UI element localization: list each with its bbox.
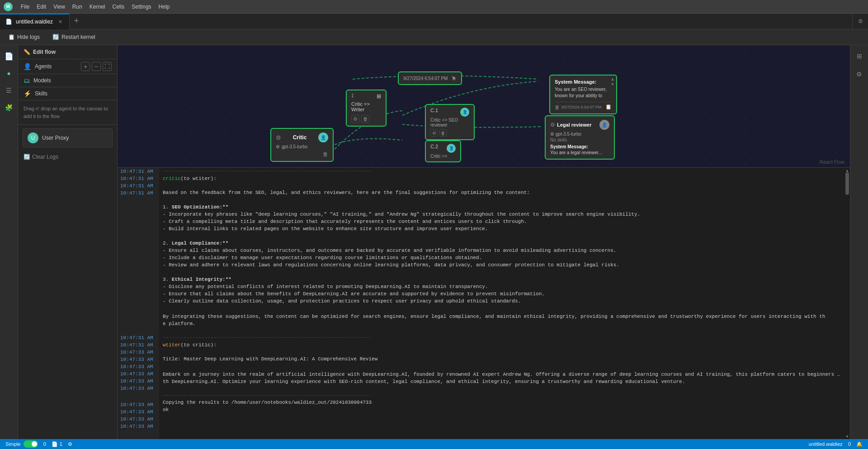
log-time-blank15	[118, 298, 159, 305]
seo-sm-copy-icon[interactable]: 📋	[605, 104, 612, 110]
log-row-legal-h: 2. Legal Compliance:**	[159, 240, 844, 247]
seo-sm-title: System Message:	[555, 79, 612, 85]
legal-node[interactable]: ⚙ Legal reviewer 👤 ⚙ gpt-3.5-turbo No sk…	[545, 115, 615, 160]
log-time-1031-b: 10:47:31 AM	[118, 341, 159, 349]
tab-close-btn[interactable]: ✕	[57, 18, 64, 25]
log-row-ethics-2: - Ensure that all claims about the benef…	[159, 291, 844, 298]
critic-node[interactable]: ⚙ Critic 👤 ⚙ gpt-3.5-turbo 🗑	[270, 128, 334, 162]
hide-logs-btn[interactable]: 📋 Hide logs	[5, 33, 42, 42]
menu-item-view[interactable]: View	[50, 2, 69, 11]
logs-scrollbar-thumb[interactable]	[845, 172, 849, 195]
log-row-empty1	[159, 182, 844, 189]
restart-kernel-btn[interactable]: 🔄 Restart kernel	[50, 33, 98, 42]
react-flow-label: React Flow	[820, 159, 844, 165]
log-row-copy: Copying the results to /home/user/notebo…	[159, 399, 844, 406]
legal-sm-body: You are a legal reviewer...	[550, 150, 609, 155]
sidebar-file-icon[interactable]: 📄	[2, 49, 16, 63]
kernel-number: 0	[43, 441, 46, 447]
menu-item-kernel[interactable]: Kernel	[86, 2, 109, 11]
seo-sm-scroll-up[interactable]: ▲	[611, 77, 614, 81]
log-time-4: 10:47:31 AM	[118, 189, 159, 197]
settings-icon-top-right[interactable]: ⚙	[852, 14, 868, 29]
agents-icon: 👤	[24, 63, 31, 70]
bell-icon[interactable]: 🔔	[856, 441, 863, 447]
log-time-blank10	[118, 262, 159, 269]
sidebar-list-icon[interactable]: ☰	[2, 83, 16, 98]
critic-model: ⚙ gpt-3.5-turbo	[276, 144, 328, 149]
log-time-3: 10:47:31 AM	[118, 182, 159, 189]
clear-logs-label: Clear Logs	[32, 154, 58, 160]
tab-file-icon: 📄	[5, 19, 12, 25]
menu-item-settings[interactable]: Settings	[128, 2, 155, 11]
log-time-blank11	[118, 269, 159, 276]
log-time-1031: 10:47:31 AM	[118, 334, 159, 341]
menu-item-cells[interactable]: Cells	[109, 2, 128, 11]
sidebar-puzzle-icon[interactable]: 🧩	[2, 100, 16, 115]
seo-sm-scroll-down[interactable]: ▼	[611, 82, 614, 86]
conn1-delete-icon[interactable]: 🗑	[361, 115, 369, 123]
status-simple-label: Simple	[5, 441, 21, 447]
scrollbar-arrow-down[interactable]: ▼	[844, 434, 850, 439]
status-simple-toggle[interactable]: Simple	[5, 440, 38, 448]
log-time-blank14	[118, 291, 159, 298]
top-node[interactable]: 9/27/2024 6:54:07 PM 🖱	[398, 71, 462, 85]
seo-system-msg[interactable]: System Message: You are an SEO reviewer,…	[549, 75, 617, 114]
right-sidebar-icon-1[interactable]: ⊞	[852, 49, 867, 63]
seo-sm-delete-icon[interactable]: 🗑	[555, 104, 560, 110]
active-tab[interactable]: 📄 untitled.waldiez ✕	[0, 14, 70, 29]
c2-node[interactable]: C.2 👤 Critic =>	[425, 140, 461, 162]
agents-section: 👤 Agents + − ⛶	[18, 59, 117, 74]
log-row-main: Based on the feedback from the SEO, lega…	[159, 189, 844, 197]
status-settings-icon[interactable]: ⚙	[68, 441, 72, 447]
conn1-node[interactable]: 1 ⊞ Critic =>Writer ⚙ 🗑	[346, 90, 387, 127]
log-row-title: Title: Master Deep Learning with DeepLea…	[159, 356, 844, 363]
logs-vertical-scrollbar[interactable]: ▲ ▼	[844, 168, 850, 439]
log-time-blank7	[118, 240, 159, 247]
right-sidebar-icon-2[interactable]: ⚙	[852, 67, 867, 81]
tab-add-btn[interactable]: +	[70, 14, 83, 29]
user-proxy-item[interactable]: U User Proxy	[23, 128, 113, 147]
restart-label: Restart kernel	[61, 34, 95, 40]
log-row-empty8	[159, 363, 844, 370]
c1-settings-icon[interactable]: ⚙	[430, 129, 438, 137]
log-time-blank4	[118, 218, 159, 226]
app-logo: W	[4, 2, 13, 11]
log-row-writer-header: wtiter (to critic):	[159, 341, 844, 349]
menu-item-file[interactable]: File	[17, 2, 33, 11]
logs-time-column: 10:47:31 AM 10:47:31 AM 10:47:31 AM 10:4…	[118, 168, 159, 439]
clear-logs-btn[interactable]: 🔄 Clear Logs	[18, 152, 117, 162]
c1-delete-icon[interactable]: 🗑	[439, 129, 447, 137]
legal-settings-icon[interactable]: ⚙	[550, 122, 555, 128]
agents-minus-btn[interactable]: −	[92, 62, 101, 71]
log-row-empty4	[159, 269, 844, 276]
log-time-1033-d: 10:47:33 AM	[118, 370, 159, 378]
c1-node[interactable]: C.1 👤 Critic => SEOreviewer ⚙ 🗑	[425, 104, 475, 140]
clear-logs-icon: 🔄	[24, 154, 30, 160]
critic-title: Critic	[293, 134, 307, 141]
sidebar-circle-icon[interactable]: ●	[2, 66, 16, 80]
log-time-1033-j: 10:47:33 AM	[118, 423, 159, 430]
legal-no-skills: No skills	[550, 137, 609, 142]
conn1-settings-icon[interactable]: ⚙	[351, 115, 359, 123]
c1-label: C.1	[430, 108, 438, 117]
log-time-blank13	[118, 284, 159, 291]
log-time-1033-i: 10:47:33 AM	[118, 416, 159, 423]
logs-panel[interactable]: 10:47:31 AM 10:47:31 AM 10:47:31 AM 10:4…	[118, 167, 850, 439]
menu-item-run[interactable]: Run	[69, 2, 86, 11]
edit-flow-label: Edit flow	[33, 49, 56, 55]
models-label: Models	[33, 77, 51, 84]
log-time-1033: 10:47:33 AM	[118, 349, 159, 356]
log-row-ethics-3: - Clearly outline data collection, usage…	[159, 298, 844, 305]
log-time-blank3	[118, 211, 159, 218]
agents-expand-btn[interactable]: ⛶	[103, 62, 112, 71]
menu-item-edit[interactable]: Edit	[33, 2, 50, 11]
menu-item-help[interactable]: Help	[155, 2, 174, 11]
critic-delete-icon[interactable]: 🗑	[276, 151, 328, 157]
agents-add-btn[interactable]: +	[81, 62, 90, 71]
critic-settings-icon[interactable]: ⚙	[276, 134, 281, 141]
toggle-switch[interactable]	[24, 440, 38, 448]
scrollbar-arrow-up[interactable]: ▲	[844, 168, 850, 173]
critic-speaker: critic	[163, 176, 181, 181]
seo-sm-timestamp: 9/27/2024 6:54:07 PM	[561, 105, 602, 109]
legal-sm-title: System Message:	[550, 144, 609, 149]
